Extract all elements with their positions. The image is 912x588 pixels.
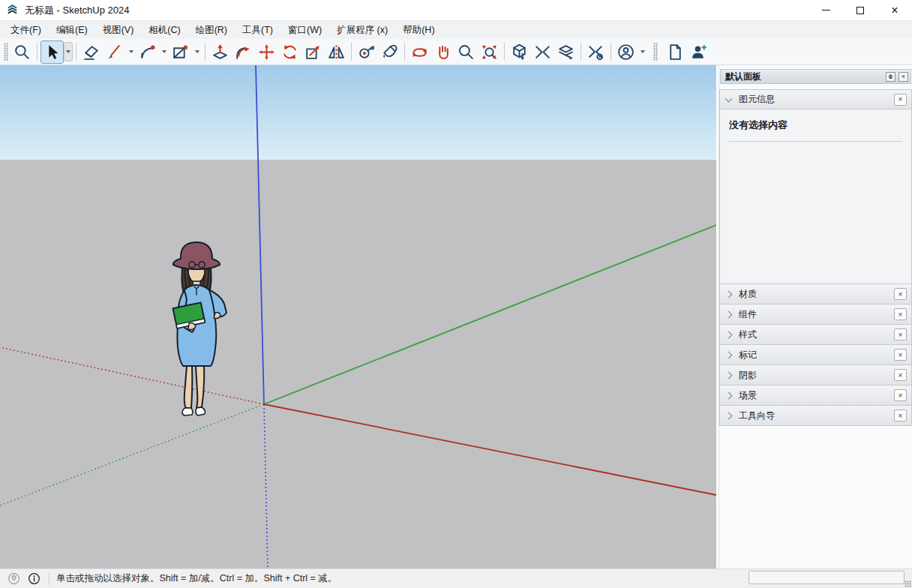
select-tool-button[interactable] [40, 40, 64, 64]
styles-close-button[interactable]: × [894, 328, 907, 340]
close-button[interactable]: × [878, 0, 912, 21]
section-shadows[interactable]: 阴影 × [719, 365, 912, 386]
extension-manager-button[interactable] [584, 40, 608, 64]
flip-tool-button[interactable] [325, 40, 348, 64]
info-button[interactable] [28, 572, 40, 585]
push-pull-icon [211, 43, 230, 62]
menu-draw[interactable]: 绘图(R) [188, 22, 235, 39]
section-entity-info[interactable]: 图元信息 × [719, 89, 912, 110]
rotate-tool-button[interactable] [278, 40, 302, 64]
toolbar [0, 39, 912, 65]
arc-icon [138, 43, 157, 62]
tags-close-button[interactable]: × [894, 349, 907, 361]
rectangle-icon [171, 43, 190, 62]
maximize-icon [856, 7, 864, 14]
push-pull-tool-button[interactable] [208, 40, 232, 64]
section-components[interactable]: 组件 × [719, 304, 912, 325]
tray-pin-button[interactable] [886, 72, 896, 82]
shapes-tool-button[interactable] [169, 40, 192, 64]
components-close-button[interactable]: × [894, 308, 907, 320]
line-tool-dropdown[interactable] [126, 42, 136, 62]
menu-extensions[interactable]: 扩展程序 (x) [329, 22, 395, 39]
eraser-icon [82, 43, 100, 62]
account-dropdown[interactable] [638, 42, 647, 62]
zoom-extents-button[interactable] [478, 40, 501, 64]
toolbar-grip-2[interactable] [653, 43, 658, 61]
measurements-input[interactable] [748, 571, 904, 584]
invite-button[interactable] [687, 40, 710, 64]
scale-icon [304, 43, 322, 62]
chevron-right-icon [725, 290, 733, 298]
rotate-icon [280, 43, 299, 62]
sky [0, 65, 716, 160]
geolocation-button[interactable] [8, 572, 20, 585]
sketchup-logo-icon [6, 4, 19, 16]
eraser-tool-button[interactable] [80, 40, 103, 64]
move-tool-button[interactable] [255, 40, 278, 64]
menu-file[interactable]: 文件(F) [3, 22, 49, 39]
extension-warehouse-icon [533, 43, 552, 62]
pencil-icon [105, 43, 124, 62]
section-styles[interactable]: 样式 × [719, 325, 912, 345]
tray-close-button[interactable]: × [898, 72, 908, 82]
tape-measure-tool-button[interactable] [355, 40, 378, 64]
minimize-button[interactable] [808, 0, 843, 21]
select-arrow-icon [43, 43, 62, 62]
menu-edit[interactable]: 编辑(E) [49, 22, 95, 39]
select-tool-dropdown[interactable] [64, 42, 73, 62]
3d-warehouse-button[interactable] [508, 40, 531, 64]
menu-view[interactable]: 视图(V) [95, 22, 142, 39]
default-tray-panel: 默认面板 × 图元信息 × 没有选择内容 材质 × 组件 × [718, 65, 912, 568]
3d-warehouse-icon [510, 43, 529, 62]
divider [729, 141, 902, 142]
entity-info-close-button[interactable]: × [894, 94, 907, 106]
flip-icon [327, 43, 346, 62]
minimize-icon [822, 10, 830, 11]
move-icon [257, 43, 276, 62]
maximize-button[interactable] [843, 0, 878, 21]
send-to-layout-button[interactable] [554, 40, 578, 64]
instructor-close-button[interactable]: × [894, 410, 907, 422]
pan-tool-button[interactable] [431, 40, 454, 64]
section-tags[interactable]: 标记 × [719, 345, 912, 365]
follow-me-tool-button[interactable] [232, 40, 255, 64]
close-icon: × [891, 4, 898, 17]
no-selection-text: 没有选择内容 [729, 118, 902, 132]
entity-info-body: 没有选择内容 [719, 110, 912, 284]
chevron-right-icon [725, 331, 733, 338]
window-resize-grip[interactable] [904, 580, 911, 587]
arc-tool-button[interactable] [136, 40, 159, 64]
menu-tools[interactable]: 工具(T) [235, 22, 280, 39]
toolbar-grip[interactable] [4, 43, 8, 61]
materials-close-button[interactable]: × [894, 288, 907, 300]
scenes-close-button[interactable]: × [894, 389, 907, 401]
chevron-right-icon [725, 392, 733, 399]
search-tool-button[interactable] [10, 40, 34, 64]
orbit-icon [410, 43, 429, 62]
orbit-tool-button[interactable] [408, 40, 431, 64]
paint-bucket-tool-button[interactable] [378, 40, 401, 64]
scale-tool-button[interactable] [302, 40, 325, 64]
account-button[interactable] [614, 40, 638, 64]
menu-help[interactable]: 帮助(H) [395, 22, 442, 39]
new-file-icon [666, 43, 685, 62]
arc-tool-dropdown[interactable] [159, 42, 169, 62]
line-tool-button[interactable] [103, 40, 126, 64]
paint-bucket-icon [380, 43, 399, 62]
shadows-close-button[interactable]: × [894, 369, 907, 381]
chevron-right-icon [725, 412, 733, 419]
menu-window[interactable]: 窗口(W) [280, 22, 329, 39]
menu-camera[interactable]: 相机(C) [141, 22, 188, 39]
section-materials[interactable]: 材质 × [719, 284, 912, 304]
tray-title: 默认面板 [725, 70, 761, 83]
account-icon [616, 43, 635, 62]
shapes-tool-dropdown[interactable] [192, 42, 202, 62]
extension-warehouse-button[interactable] [531, 40, 554, 64]
tray-header[interactable]: 默认面板 × [720, 69, 911, 84]
3d-viewport[interactable] [0, 65, 716, 568]
new-file-button[interactable] [664, 40, 687, 64]
section-scenes[interactable]: 场景 × [719, 386, 912, 406]
zoom-tool-button[interactable] [454, 40, 478, 64]
section-instructor[interactable]: 工具向导 × [719, 406, 912, 426]
chevron-right-icon [725, 371, 733, 379]
